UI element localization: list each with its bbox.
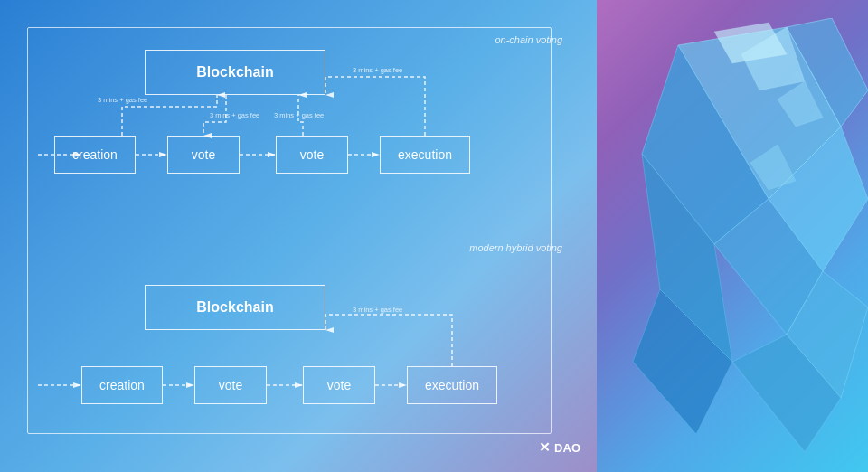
dao-x-symbol: ✕ xyxy=(539,439,551,456)
s2-creation-box: creation xyxy=(81,366,163,404)
crystal-svg xyxy=(606,18,868,452)
s1-vote1-box: vote xyxy=(167,136,240,174)
dao-text: DAO xyxy=(554,441,580,455)
hybrid-label: modern hybrid voting xyxy=(469,242,562,253)
s1-vote2-box: vote xyxy=(276,136,348,174)
blockchain-box-2: Blockchain xyxy=(145,285,326,330)
s2-execution-box: execution xyxy=(407,366,497,404)
s2-vote1-box: vote xyxy=(194,366,267,404)
left-panel: on-chain voting modern hybrid voting Blo… xyxy=(0,0,597,472)
dao-logo: ✕ DAO xyxy=(539,439,580,456)
s2-vote2-box: vote xyxy=(303,366,375,404)
s1-creation-box: creation xyxy=(54,136,136,174)
blockchain-box-1: Blockchain xyxy=(145,50,326,95)
right-panel xyxy=(597,0,868,472)
s1-execution-box: execution xyxy=(380,136,470,174)
on-chain-label: on-chain voting xyxy=(495,34,562,45)
